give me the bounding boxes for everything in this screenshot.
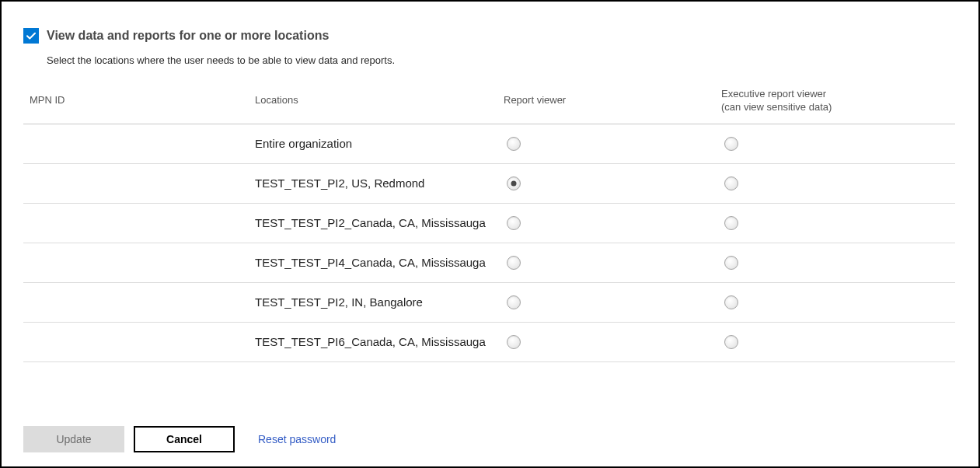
exec-viewer-radio[interactable] [724,256,738,270]
report-viewer-radio[interactable] [507,176,521,190]
cell-location: TEST_TEST_PI4_Canada, CA, Mississauga [255,256,504,269]
cell-exec-viewer [721,216,949,230]
cell-report-viewer [504,295,721,309]
table-row: TEST_TEST_PI2, IN, Bangalore [23,283,955,323]
table-row: Entire organization [23,124,955,164]
report-viewer-radio[interactable] [507,335,521,349]
col-exec-viewer-line2: (can view sensitive data) [721,101,832,113]
locations-table: MPN ID Locations Report viewer Executive… [23,79,955,362]
header-title: View data and reports for one or more lo… [47,29,329,43]
cell-exec-viewer [721,176,949,190]
header-row: View data and reports for one or more lo… [23,28,955,44]
report-viewer-radio[interactable] [507,216,521,230]
table-row: TEST_TEST_PI4_Canada, CA, Mississauga [23,243,955,283]
cell-location: TEST_TEST_PI6_Canada, CA, Mississauga [255,335,504,348]
table-header: MPN ID Locations Report viewer Executive… [23,79,955,124]
cell-report-viewer [504,216,721,230]
cancel-button[interactable]: Cancel [134,426,235,452]
reset-password-link[interactable]: Reset password [258,433,336,445]
report-viewer-radio[interactable] [507,256,521,270]
cell-location: TEST_TEST_PI2, US, Redmond [255,176,504,190]
actions-bar: Update Cancel Reset password [23,426,336,452]
checkmark-icon [26,30,37,41]
exec-viewer-radio[interactable] [724,335,738,349]
table-row: TEST_TEST_PI6_Canada, CA, Mississauga [23,323,955,362]
header-subtext: Select the locations where the user need… [47,54,955,66]
exec-viewer-radio[interactable] [724,216,738,230]
cell-report-viewer [504,256,721,270]
table-row: TEST_TEST_PI2_Canada, CA, Mississauga [23,204,955,243]
cell-report-viewer [504,137,721,151]
col-locations: Locations [255,94,504,107]
report-viewer-radio[interactable] [507,137,521,151]
col-report-viewer: Report viewer [504,94,721,107]
table-row: TEST_TEST_PI2, US, Redmond [23,164,955,204]
report-viewer-radio[interactable] [507,295,521,309]
permissions-panel: View data and reports for one or more lo… [0,0,980,468]
cell-exec-viewer [721,256,949,270]
col-mpn-id: MPN ID [30,94,255,107]
exec-viewer-radio[interactable] [724,137,738,151]
col-exec-viewer: Executive report viewer (can view sensit… [721,88,949,114]
col-exec-viewer-line1: Executive report viewer [721,88,826,100]
view-data-checkbox[interactable] [23,28,39,44]
update-button[interactable]: Update [23,426,124,452]
cell-exec-viewer [721,137,949,151]
cell-location: TEST_TEST_PI2, IN, Bangalore [255,295,504,309]
cell-report-viewer [504,335,721,349]
cell-location: TEST_TEST_PI2_Canada, CA, Mississauga [255,216,504,229]
cell-exec-viewer [721,335,949,349]
cell-report-viewer [504,176,721,190]
cell-exec-viewer [721,295,949,309]
exec-viewer-radio[interactable] [724,176,738,190]
table-body: Entire organizationTEST_TEST_PI2, US, Re… [23,124,955,362]
exec-viewer-radio[interactable] [724,295,738,309]
cell-location: Entire organization [255,137,504,150]
